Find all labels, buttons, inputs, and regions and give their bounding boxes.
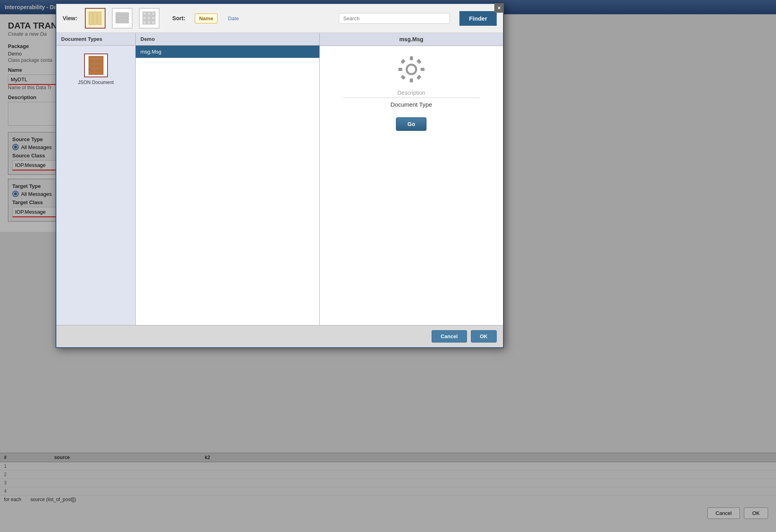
svg-rect-23 <box>90 71 102 74</box>
svg-rect-0 <box>89 12 92 25</box>
view-label: View: <box>63 15 77 21</box>
sort-name-button[interactable]: Name <box>195 13 217 23</box>
svg-rect-20 <box>94 63 98 65</box>
svg-rect-35 <box>416 75 421 80</box>
svg-rect-8 <box>147 12 151 15</box>
view-list-button[interactable] <box>112 8 133 29</box>
svg-rect-1 <box>93 12 97 25</box>
svg-rect-15 <box>152 21 155 24</box>
go-button[interactable]: Go <box>396 117 426 131</box>
doc-types-column: Document Types <box>56 33 136 325</box>
svg-rect-3 <box>116 13 129 15</box>
svg-rect-9 <box>152 12 155 15</box>
dialog-footer: Cancel OK <box>56 325 503 347</box>
svg-rect-2 <box>98 12 101 25</box>
doc-types-header: Document Types <box>56 33 135 46</box>
svg-rect-24 <box>89 59 90 60</box>
json-document-icon <box>84 54 108 77</box>
cabinet-svg <box>87 55 105 75</box>
detail-header: msg.Msg <box>320 33 503 46</box>
svg-rect-18 <box>94 59 98 60</box>
svg-rect-7 <box>143 12 146 15</box>
svg-rect-14 <box>147 21 151 24</box>
svg-point-36 <box>409 67 414 72</box>
main-dialog: × View: <box>56 3 504 348</box>
svg-rect-30 <box>398 68 402 71</box>
json-document-item[interactable]: JSON Document <box>75 50 117 88</box>
svg-rect-32 <box>400 59 405 64</box>
svg-rect-10 <box>143 16 146 20</box>
svg-rect-26 <box>89 69 90 70</box>
gear-icon <box>398 55 425 83</box>
search-input[interactable] <box>339 13 450 24</box>
svg-rect-22 <box>94 68 98 69</box>
svg-rect-29 <box>410 78 413 82</box>
grid-view-icon <box>142 11 156 25</box>
items-list-header: Demo <box>136 33 319 46</box>
sort-date-button[interactable]: Date <box>224 14 242 23</box>
dialog-body: Document Types <box>56 33 503 325</box>
detail-description: Description <box>398 90 425 96</box>
svg-rect-12 <box>152 16 155 20</box>
view-grid-button[interactable] <box>139 8 159 29</box>
msg-msg-item[interactable]: msg.Msg <box>136 46 319 58</box>
svg-rect-34 <box>400 75 405 80</box>
dialog-close-button[interactable]: × <box>494 3 504 13</box>
dialog-toolbar: View: <box>56 4 503 33</box>
list-view-icon <box>115 11 129 25</box>
view-columns-button[interactable] <box>85 8 106 29</box>
sort-label: Sort: <box>172 15 185 21</box>
svg-rect-11 <box>147 16 151 20</box>
columns-view-icon <box>88 11 102 25</box>
detail-body: Description Document Type Go <box>320 46 503 325</box>
dialog-cancel-button[interactable]: Cancel <box>432 330 467 343</box>
finder-button[interactable]: Finder <box>459 11 497 26</box>
svg-rect-13 <box>143 21 146 24</box>
detail-type: Document Type <box>343 98 480 108</box>
svg-rect-4 <box>116 15 129 17</box>
doc-types-items: JSON Document <box>56 46 135 325</box>
svg-rect-28 <box>410 56 413 60</box>
svg-rect-33 <box>416 59 421 64</box>
svg-rect-25 <box>89 64 90 65</box>
svg-rect-5 <box>116 18 129 20</box>
json-document-label: JSON Document <box>78 80 113 85</box>
svg-rect-6 <box>116 21 129 23</box>
detail-column: msg.Msg <box>320 33 503 325</box>
svg-rect-31 <box>421 68 424 71</box>
dialog-ok-button[interactable]: OK <box>471 330 497 343</box>
items-list-column: Demo msg.Msg <box>136 33 320 325</box>
